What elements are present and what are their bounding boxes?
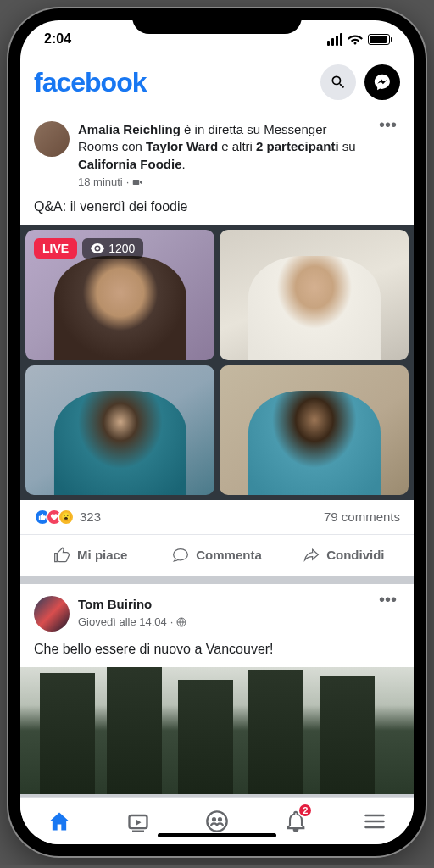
viewer-count-badge: 1200 [82,238,143,259]
share-button[interactable]: Condividi [281,538,407,572]
battery-icon [368,34,390,45]
watch-icon [126,810,150,833]
participant-video [248,391,380,495]
home-indicator[interactable] [158,833,276,837]
svg-point-4 [207,811,226,831]
post-meta: Tom Buirino Giovedì alle 14:04 · [78,596,367,630]
participant-video [53,391,186,495]
post-text: Q&A: il venerdì dei foodie [20,196,414,225]
participant-tile[interactable] [220,365,409,495]
video-grid[interactable]: LIVE 1200 [20,225,414,500]
search-icon [330,74,347,91]
notch [132,8,302,34]
hamburger-icon [363,810,387,833]
cellular-icon [327,33,342,46]
more-options-button[interactable]: ••• [376,596,400,603]
rooms-icon [132,177,142,187]
post-header: Tom Buirino Giovedì alle 14:04 · ••• [20,584,414,638]
like-button[interactable]: Mi piace [27,538,153,572]
participant-tile[interactable]: LIVE 1200 [25,230,214,359]
app-header: facebook [20,58,414,109]
messenger-button[interactable] [364,64,400,100]
like-icon [53,547,70,564]
post-photo[interactable] [20,667,414,794]
live-broadcast-post: Amalia Reichling è in diretta su Messeng… [20,109,414,576]
status-indicators [327,33,390,46]
post-author[interactable]: Tom Buirino [78,597,152,611]
participant-video [248,256,380,360]
phone-frame: 2:04 facebook [8,8,426,856]
reaction-summary[interactable]: 😮 323 79 comments [20,500,414,535]
post-timestamp: Giovedì alle 14:04 [78,615,167,630]
svg-rect-0 [133,180,140,185]
groups-icon [205,810,229,833]
search-button[interactable] [320,64,356,100]
wifi-icon [348,33,363,45]
post-timestamp: 18 minuti [78,175,123,190]
screen: 2:04 facebook [20,20,414,844]
more-options-button[interactable]: ••• [376,121,400,128]
share-icon [303,547,320,564]
avatar[interactable] [34,121,70,157]
svg-point-6 [218,817,222,821]
participant-tile[interactable] [25,365,214,495]
svg-point-5 [212,817,216,821]
participant-video [53,256,186,360]
post-actions: Mi piace Commenta Condividi [20,535,414,576]
comment-icon [172,547,189,564]
post-header: Amalia Reichling è in diretta su Messeng… [20,109,414,196]
avatar[interactable] [34,596,70,632]
post-text: Che bello essere di nuovo a Vancouver! [20,638,414,667]
live-badge: LIVE [34,238,77,259]
wow-reaction-icon: 😮 [58,509,75,526]
comment-button[interactable]: Commenta [153,538,280,572]
reaction-count: 323 [80,509,101,524]
tab-menu[interactable] [335,798,414,844]
post-author[interactable]: Amalia Reichling [78,122,181,136]
status-time: 2:04 [44,31,71,47]
home-icon [47,810,71,833]
facebook-logo[interactable]: facebook [34,67,146,98]
feed[interactable]: Amalia Reichling è in diretta su Messeng… [20,109,414,797]
messenger-icon [373,73,392,92]
post-meta: Amalia Reichling è in diretta su Messeng… [78,121,367,189]
photo-post: Tom Buirino Giovedì alle 14:04 · ••• Che… [20,584,414,794]
eye-icon [91,243,104,253]
header-actions [320,64,400,100]
public-icon [176,617,186,627]
tab-home[interactable] [20,798,99,844]
comment-count[interactable]: 79 comments [324,509,400,524]
participant-tile[interactable] [220,230,409,359]
svg-point-1 [96,247,99,250]
notification-badge: 2 [298,803,313,818]
